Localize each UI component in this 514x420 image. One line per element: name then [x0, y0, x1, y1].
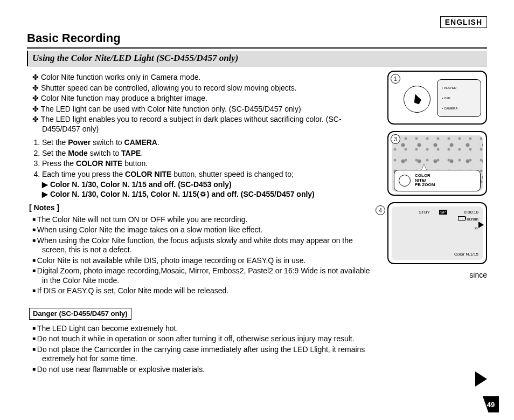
- arrow-icon: [478, 222, 484, 228]
- figure-number-icon: 3: [391, 134, 400, 144]
- step-item: Each time you press the COLOR NITE butto…: [42, 170, 378, 199]
- button-label: COLOR NITE/ PB ZOOM: [415, 174, 435, 188]
- figure-number-icon: 1: [391, 74, 400, 84]
- language-box: ENGLISH: [440, 16, 487, 28]
- intro-bullet: The LED light enables you to record a su…: [42, 115, 378, 134]
- dial-label: PLAYER: [442, 86, 476, 89]
- step-item: Press the COLOR NITE button.: [42, 159, 378, 169]
- page-number: 49: [483, 396, 499, 412]
- step-item: Set the Mode switch to TAPE.: [42, 149, 378, 159]
- battery-icon: [458, 216, 466, 221]
- danger-heading: Danger (SC-D455/D457 only): [29, 308, 131, 320]
- danger-item: The LED Light can become extremely hot.: [42, 324, 378, 334]
- dial-label-panel: PLAYER OFF CAMERA: [437, 79, 481, 117]
- since-text: since: [387, 271, 487, 279]
- button-callout: COLOR NITE/ PB ZOOM: [394, 170, 481, 191]
- danger-item: Do not touch it while in operation or so…: [42, 334, 378, 344]
- intro-bullet-list: Color Nite function works only in Camera…: [27, 73, 378, 134]
- danger-item: Do not use near flammable or explosive m…: [42, 365, 378, 375]
- lcd-screen: STBY SP 0:00:10 60min ⛭ Color N.1/15: [392, 206, 483, 260]
- step4-subline: ▶ Color N. 1/30, Color N. 1/15 and off. …: [42, 180, 378, 190]
- round-button-icon: [399, 175, 411, 187]
- lcd-timecode: 0:00:10: [464, 210, 478, 215]
- danger-item: Do not place the Camcorder in the carryi…: [42, 345, 378, 364]
- intro-bullet: Color Nite function works only in Camera…: [42, 73, 378, 82]
- note-item: The Color Nite will not turn ON or OFF w…: [42, 215, 378, 225]
- note-item: Color Nite is not available while DIS, p…: [42, 256, 378, 266]
- step-item: Set the Power switch to CAMERA.: [42, 138, 378, 148]
- step4-subline: ▶ Color N. 1/30, Color N. 1/15, Color N.…: [42, 190, 378, 199]
- figure-4-lcd-display: 4 STBY SP 0:00:10 60min ⛭ Color N.1/15: [387, 202, 487, 264]
- power-dial-icon: [404, 86, 430, 113]
- intro-bullet: Shutter speed can be controlled, allowin…: [42, 84, 378, 93]
- dial-label: CAMERA: [442, 107, 476, 110]
- notes-list: The Color Nite will not turn ON or OFF w…: [27, 215, 378, 296]
- manual-page: ENGLISH Basic Recording Using the Color …: [0, 0, 514, 420]
- lcd-mode: Color N.1/15: [454, 252, 478, 257]
- intro-bullet: The LED light can be used with Color Nit…: [42, 105, 378, 114]
- intro-bullet: Color Nite function may produce a bright…: [42, 94, 378, 104]
- page-arrow-icon: [475, 371, 487, 387]
- danger-list: The LED Light can become extremely hot. …: [27, 324, 378, 375]
- figure-3-color-nite-button: 3 COLOR NITE/ PB ZOOM: [387, 131, 487, 196]
- light-icon: ⛭: [474, 226, 478, 231]
- figure-1-power-switch: 1 PLAYER OFF CAMERA: [387, 71, 487, 125]
- figure-number-icon: 4: [376, 205, 385, 215]
- steps-list: Set the Power switch to CAMERA. Set the …: [27, 138, 378, 199]
- text-column: Color Nite function works only in Camera…: [27, 71, 378, 378]
- note-item: If DIS or EASY.Q is set, Color Nite mode…: [42, 286, 378, 296]
- lcd-remaining: 60min: [458, 216, 478, 222]
- note-item: When using Color Nite the image takes on…: [42, 225, 378, 235]
- section-subhead: Using the Color Nite/LED Light (SC-D455/…: [27, 51, 487, 66]
- page-title: Basic Recording: [27, 31, 487, 49]
- dial-label: OFF: [442, 97, 476, 100]
- note-item: Digital Zoom, photo image recording,Mosa…: [42, 266, 378, 285]
- lcd-sp-badge: SP: [439, 210, 447, 215]
- figure-column: 1 PLAYER OFF CAMERA 3 COLOR NITE/ PB ZOO…: [387, 71, 487, 279]
- note-item: When using the Color Nite function, the …: [42, 236, 378, 255]
- lcd-status: STBY: [419, 210, 430, 215]
- notes-heading: [ Notes ]: [29, 203, 378, 213]
